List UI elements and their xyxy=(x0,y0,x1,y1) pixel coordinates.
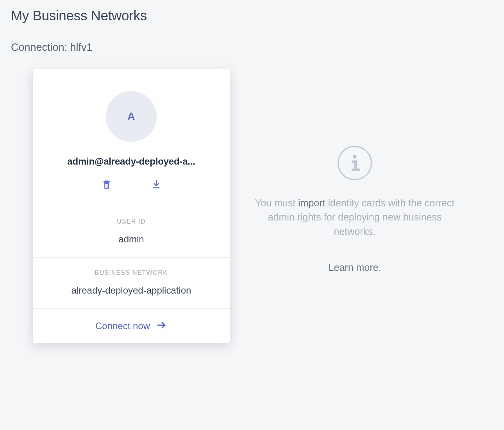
learn-more-link[interactable]: Learn more. xyxy=(253,262,456,273)
page-title: My Business Networks xyxy=(11,8,493,23)
svg-rect-4 xyxy=(352,168,360,171)
page-container: My Business Networks Connection: hlfv1 A… xyxy=(0,0,504,351)
svg-rect-3 xyxy=(354,161,357,170)
card-header: A admin@already-deployed-a... xyxy=(33,69,230,206)
arrow-right-icon xyxy=(155,319,167,333)
connection-label: Connection: hlfv1 xyxy=(11,41,493,54)
connect-label: Connect now xyxy=(95,321,150,331)
svg-point-1 xyxy=(353,155,357,159)
user-id-section: USER ID admin xyxy=(33,206,230,258)
info-text: You must import identity cards with the … xyxy=(253,196,456,238)
card-actions xyxy=(45,179,218,191)
info-panel: You must import identity cards with the … xyxy=(253,69,456,273)
user-id-label: USER ID xyxy=(45,218,218,225)
learn-more-suffix: . xyxy=(378,262,381,273)
learn-more-text: Learn more xyxy=(329,262,379,273)
trash-icon xyxy=(101,179,112,191)
business-network-value: already-deployed-application xyxy=(45,285,218,296)
user-id-value: admin xyxy=(45,234,218,245)
business-network-section: BUSINESS NETWORK already-deployed-applic… xyxy=(33,258,230,309)
download-button[interactable] xyxy=(150,179,163,191)
download-icon xyxy=(151,179,162,191)
business-network-label: BUSINESS NETWORK xyxy=(45,269,218,276)
info-icon xyxy=(338,146,372,180)
delete-button[interactable] xyxy=(100,179,113,191)
identity-email: admin@already-deployed-a... xyxy=(45,156,217,167)
avatar-initial: A xyxy=(127,111,135,123)
content-row: A admin@already-deployed-a... xyxy=(11,69,493,343)
avatar: A xyxy=(106,91,157,142)
info-text-strong: import xyxy=(298,197,325,208)
connect-button[interactable]: Connect now xyxy=(33,309,230,343)
info-text-prefix: You must xyxy=(255,197,298,208)
identity-card: A admin@already-deployed-a... xyxy=(33,69,230,343)
